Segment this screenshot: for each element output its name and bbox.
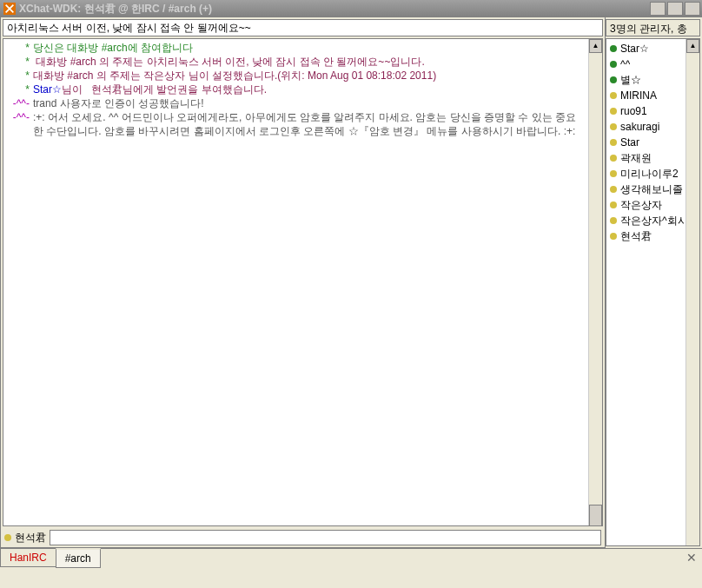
scroll-up-icon[interactable]: ▲ xyxy=(589,39,602,53)
user-status-dot-icon xyxy=(610,76,617,83)
tab-close-icon[interactable]: ✕ xyxy=(681,548,702,569)
user-status-dot-icon xyxy=(4,534,11,541)
user-name: 곽재원 xyxy=(620,151,652,166)
user-item[interactable]: ^^ xyxy=(608,56,684,72)
chat-prefix: -^^- xyxy=(7,110,33,138)
user-name: sakuragi xyxy=(620,121,659,133)
scroll-thumb[interactable] xyxy=(589,505,602,526)
chat-message: 대화방 #arch 의 주제는 작은상자 님이 설정했습니다.(위치: Mon … xyxy=(33,69,585,83)
user-status-dot-icon xyxy=(610,45,617,52)
chat-message: 당신은 대화방 #arch에 참여합니다 xyxy=(33,41,585,55)
user-name: 작은상자^회사 xyxy=(620,214,684,228)
input-row: 현석君 xyxy=(1,528,605,547)
main-panel: *당신은 대화방 #arch에 참여합니다* 대화방 #arch 의 주제는 아… xyxy=(0,17,606,548)
topic-input[interactable] xyxy=(3,19,603,36)
window-buttons: _ □ × xyxy=(650,2,702,16)
chat-area: *당신은 대화방 #arch에 참여합니다* 대화방 #arch 의 주제는 아… xyxy=(3,38,603,526)
user-name: MIRINA xyxy=(620,89,657,102)
chat-prefix: -^^- xyxy=(7,96,33,110)
chat-line: *대화방 #arch 의 주제는 작은상자 님이 설정했습니다.(위치: Mon… xyxy=(7,69,585,83)
user-status-dot-icon xyxy=(610,202,617,208)
user-item[interactable]: ruo91 xyxy=(608,103,684,119)
minimize-button[interactable]: _ xyxy=(650,2,666,16)
user-status-dot-icon xyxy=(610,186,617,193)
user-status-dot-icon xyxy=(610,61,617,68)
chat-scrollbar[interactable]: ▲ xyxy=(588,39,602,525)
chat-line: *Star☆님이 현석君님에게 발언권을 부여했습니다. xyxy=(7,83,585,96)
user-item[interactable]: 미리나이루2 xyxy=(608,166,684,182)
user-name: ^^ xyxy=(620,58,630,70)
chat-line: -^^-trand 사용자로 인증이 성공했습니다! xyxy=(7,96,585,110)
tab-bar: HanIRC#arch xyxy=(0,548,681,569)
user-name: 미리나이루2 xyxy=(620,167,679,182)
user-name: 별☆ xyxy=(620,73,641,88)
scroll-up-icon[interactable]: ▲ xyxy=(686,39,699,53)
user-item[interactable]: 작은상자 xyxy=(608,197,684,213)
user-list: Star☆^^별☆MIRINAruo91sakuragiStar곽재원미리나이루… xyxy=(606,38,700,546)
user-item[interactable]: 작은상자^회사 xyxy=(608,213,684,228)
tab-HanIRC[interactable]: HanIRC xyxy=(0,549,56,567)
user-item[interactable]: 곽재원 xyxy=(608,150,684,166)
user-item[interactable]: 현석君 xyxy=(608,228,684,244)
maximize-button[interactable]: □ xyxy=(667,2,683,16)
user-item[interactable]: Star☆ xyxy=(608,41,684,56)
user-status-dot-icon xyxy=(610,233,617,240)
chat-message: :+: 어서 오세요. ^^ 어드민이나 오퍼에게라도, 아무에게도 암호를 알… xyxy=(33,110,585,138)
chat-log: *당신은 대화방 #arch에 참여합니다* 대화방 #arch 의 주제는 아… xyxy=(3,39,588,525)
user-name: ruo91 xyxy=(620,105,647,117)
user-name: 생각해보니졸린 xyxy=(620,182,684,197)
user-name: 작은상자 xyxy=(620,198,662,213)
chat-message: 대화방 #arch 의 주제는 아치리눅스 서버 이전, 낮에 잠시 접속 안 … xyxy=(33,55,585,69)
user-status-dot-icon xyxy=(610,217,617,224)
user-item[interactable]: MIRINA xyxy=(608,88,684,103)
user-panel: 3명의 관리자, 총 Star☆^^별☆MIRINAruo91sakuragiS… xyxy=(606,17,702,548)
close-button[interactable]: × xyxy=(685,2,700,16)
nick-label: 현석君 xyxy=(15,531,46,545)
user-status-dot-icon xyxy=(610,139,617,146)
chat-message: Star☆님이 현석君님에게 발언권을 부여했습니다. xyxy=(33,83,585,96)
chat-prefix: * xyxy=(7,69,33,83)
user-name: Star xyxy=(620,136,639,149)
chat-prefix: * xyxy=(7,83,33,96)
userlist-scrollbar[interactable]: ▲ xyxy=(685,39,699,545)
chat-line: *당신은 대화방 #arch에 참여합니다 xyxy=(7,41,585,55)
user-name: Star☆ xyxy=(620,43,649,55)
window-title: XChat-WDK: 현석君 @ 한IRC / #arch (+) xyxy=(19,2,650,17)
user-item[interactable]: sakuragi xyxy=(608,119,684,135)
user-count-label: 3명의 관리자, 총 xyxy=(606,19,700,36)
user-item[interactable]: 생각해보니졸린 xyxy=(608,182,684,197)
user-item[interactable]: 별☆ xyxy=(608,72,684,88)
chat-line: * 대화방 #arch 의 주제는 아치리눅스 서버 이전, 낮에 잠시 접속 … xyxy=(7,55,585,69)
user-item[interactable]: Star xyxy=(608,135,684,150)
user-status-dot-icon xyxy=(610,92,617,99)
user-name: 현석君 xyxy=(620,229,652,244)
user-status-dot-icon xyxy=(610,108,617,115)
chat-prefix: * xyxy=(7,55,33,69)
message-input[interactable] xyxy=(50,530,601,545)
titlebar: XChat-WDK: 현석君 @ 한IRC / #arch (+) _ □ × xyxy=(0,0,702,17)
chat-line: -^^-:+: 어서 오세요. ^^ 어드민이나 오퍼에게라도, 아무에게도 암… xyxy=(7,110,585,138)
user-status-dot-icon xyxy=(610,155,617,162)
tab-arch[interactable]: #arch xyxy=(56,548,101,568)
chat-prefix: * xyxy=(7,41,33,55)
user-status-dot-icon xyxy=(610,123,617,130)
chat-message: trand 사용자로 인증이 성공했습니다! xyxy=(33,96,585,110)
app-icon xyxy=(3,3,16,15)
user-status-dot-icon xyxy=(610,170,617,177)
